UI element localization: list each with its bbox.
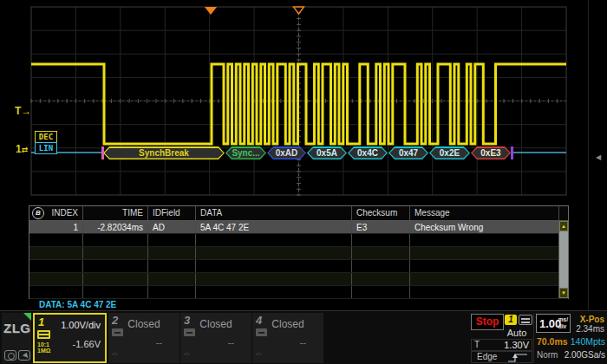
frame-start-marker xyxy=(101,146,104,159)
cell xyxy=(83,260,148,272)
cell xyxy=(29,247,83,259)
cell xyxy=(148,286,196,298)
cell xyxy=(148,273,196,285)
column-header-index: BINDEX xyxy=(29,206,83,220)
cell xyxy=(410,260,559,272)
rising-edge-icon xyxy=(506,352,529,363)
scroll-up-button[interactable]: ▲ xyxy=(559,221,568,231)
delay-reference-marker[interactable] xyxy=(294,7,304,14)
trigger-level-row[interactable]: T 1.30V xyxy=(471,339,532,351)
channel-number: 1 xyxy=(38,315,44,328)
channel-state: Closed xyxy=(252,318,323,330)
touch-mode-icon[interactable] xyxy=(4,350,16,361)
toolbar-group-divider xyxy=(533,313,534,363)
channel1-waveform xyxy=(31,64,566,144)
channel-4-box[interactable]: 4Closed---:- xyxy=(252,313,323,363)
cell: 1 xyxy=(29,221,83,233)
cell xyxy=(352,286,410,298)
panel-collapse-arrow-icon[interactable]: ◀ xyxy=(596,153,601,161)
decode-frame-0xad: 0xAD xyxy=(267,146,306,159)
table-row-empty[interactable] xyxy=(29,260,568,273)
cell xyxy=(148,247,196,259)
decoder-protocol-badge: LIN xyxy=(35,142,57,154)
xpos-label: X-Pos xyxy=(572,315,604,324)
channel-1-box[interactable]: 110:11MΩ1.00V/div-1.66V xyxy=(33,313,107,363)
acquire-mode[interactable]: Norm xyxy=(537,350,558,360)
cell xyxy=(196,273,352,285)
selected-frame-data-readout: DATA: 5A 4C 47 2E xyxy=(39,300,116,309)
probe-ratio: -:- xyxy=(184,350,190,356)
memory-depth: 140Mpts xyxy=(567,336,605,347)
channel-state: Closed xyxy=(108,318,179,330)
cell xyxy=(83,273,148,285)
dc-coupling-icon xyxy=(37,330,50,339)
brand-logo-block: ZLG xyxy=(2,313,31,363)
oscilloscope-screen: T→ 1⇄ DEC LIN SynchBreakSync...0xAD0x5A0… xyxy=(0,0,607,364)
trigger-coupling-icon[interactable] xyxy=(519,315,532,325)
cell xyxy=(196,247,352,259)
column-header-time: TIME xyxy=(83,206,148,220)
xpos-value[interactable]: 2.34ms xyxy=(569,324,604,334)
cursor-mode-icon[interactable] xyxy=(18,350,30,361)
waveform-svg xyxy=(0,0,607,205)
channel-offset: -- xyxy=(156,337,162,348)
cell xyxy=(352,247,410,259)
probe-ratio: -:- xyxy=(112,350,118,356)
cell xyxy=(83,247,148,259)
cell: Checksum Wrong xyxy=(410,221,559,233)
column-header-idfield: IDField xyxy=(148,206,196,220)
trigger-type-row[interactable]: Edge xyxy=(471,351,532,363)
logo-corner-badge xyxy=(23,313,31,321)
decode-table-header: BINDEXTIMEIDFieldDATAChecksumMessage xyxy=(29,206,568,221)
decode-table[interactable]: BINDEXTIMEIDFieldDATAChecksumMessage 1-2… xyxy=(29,205,569,299)
channel-3-box[interactable]: 3Closed---:- xyxy=(180,313,251,363)
cell xyxy=(83,234,148,246)
timebase-box[interactable]: 1.00 ms/div xyxy=(536,314,571,333)
sample-rate: 2.00GSa/s xyxy=(559,350,605,360)
bus-icon: B xyxy=(32,207,44,219)
frame-end-marker xyxy=(511,146,513,159)
cell xyxy=(410,234,559,246)
cell: E3 xyxy=(352,221,410,233)
probe-ratio: -:- xyxy=(256,350,262,356)
trigger-position-marker[interactable] xyxy=(205,7,217,15)
column-header-data: DATA xyxy=(196,206,352,220)
decode-frame-0x2e: 0x2E xyxy=(429,146,470,159)
table-row-empty[interactable] xyxy=(29,273,568,286)
trigger-sweep-mode[interactable]: Auto xyxy=(501,328,532,338)
cell xyxy=(352,273,410,285)
waveform-plot-area[interactable]: T→ 1⇄ DEC LIN SynchBreakSync...0xAD0x5A0… xyxy=(0,0,607,205)
cell xyxy=(410,273,559,285)
channel-offset: -- xyxy=(300,337,306,348)
cell xyxy=(83,286,148,298)
table-scrollbar[interactable]: ▲ ▼ xyxy=(558,221,568,298)
channel1-zero-marker[interactable]: 1⇄ xyxy=(16,144,28,155)
decode-frame-synchbreak: SynchBreak xyxy=(103,146,225,159)
trigger-source-badge[interactable]: 1 xyxy=(505,315,517,325)
cell xyxy=(352,260,410,272)
cell: -2.82034ms xyxy=(83,221,148,233)
decode-frame-sync: Sync... xyxy=(225,146,266,159)
trigger-level-marker[interactable]: T→ xyxy=(15,106,31,116)
cell: 5A 4C 47 2E xyxy=(196,221,352,233)
channel-2-box[interactable]: 2Closed---:- xyxy=(108,313,179,363)
table-row-empty[interactable] xyxy=(29,234,568,247)
cell xyxy=(148,260,196,272)
run-state-button[interactable]: Stop xyxy=(471,314,504,330)
cell xyxy=(29,286,83,298)
cell xyxy=(29,273,83,285)
table-row-empty[interactable] xyxy=(29,286,568,299)
trigger-level-value: 1.30V xyxy=(504,340,529,350)
timebase-unit: ms/div xyxy=(558,316,568,329)
trigger-type-label: Edge xyxy=(477,352,497,362)
cell xyxy=(29,260,83,272)
scroll-down-button[interactable]: ▼ xyxy=(559,288,568,298)
cell xyxy=(410,286,559,298)
table-row-1[interactable]: 1-2.82034msAD5A 4C 47 2EE3Checksum Wrong xyxy=(29,221,568,234)
decode-frame-0x4c: 0x4C xyxy=(348,146,388,159)
decode-frame-0x47: 0x47 xyxy=(388,146,428,159)
cell xyxy=(196,286,352,298)
volts-per-div: 1.00V/div xyxy=(61,320,101,330)
table-row-empty[interactable] xyxy=(29,247,568,260)
trigger-arrow-icon: → xyxy=(21,105,31,117)
